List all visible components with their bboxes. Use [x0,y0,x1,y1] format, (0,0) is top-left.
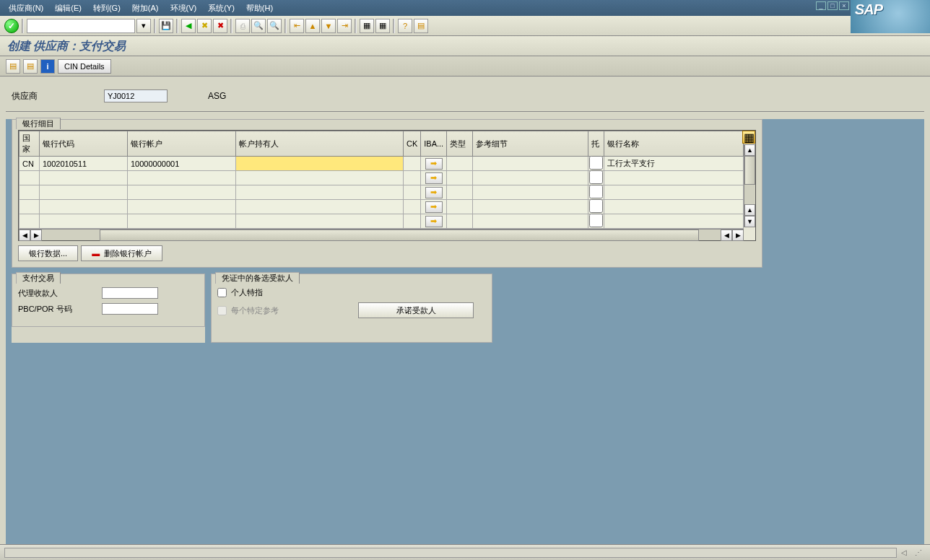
col-mandate[interactable]: 托 [588,131,604,157]
print-icon[interactable]: ⎙ [235,19,250,33]
individual-checkbox[interactable] [217,288,227,297]
minimize-icon[interactable]: _ [816,1,826,10]
col-iba[interactable]: IBA... [421,131,447,157]
cell-bank-key[interactable] [40,157,127,170]
cell-reference[interactable] [473,214,588,228]
cell-mandate-checkbox[interactable] [588,199,604,213]
exit-icon[interactable]: ✖ [197,19,212,33]
cell-country[interactable] [19,185,39,199]
cell-bank-name[interactable] [604,200,743,214]
cell-ck[interactable] [404,171,420,185]
cell-ck[interactable] [404,185,420,199]
menu-extras[interactable]: 附加(A) [126,3,165,14]
status-left-icon[interactable]: ◁ [897,548,911,556]
cell-bank-account[interactable] [128,171,235,185]
menu-environment[interactable]: 环境(V) [165,3,203,14]
scroll-down-icon[interactable]: ▲ [744,204,755,216]
alt-payee-field[interactable] [102,287,158,299]
maximize-icon[interactable]: □ [827,1,838,10]
scroll-up-icon[interactable]: ▲ [744,144,755,156]
col-reference[interactable]: 参考细节 [473,131,588,157]
dropdown-icon[interactable]: ▾ [136,19,151,33]
bank-data-button[interactable]: 银行数据... [18,245,78,261]
cell-mandate-checkbox[interactable] [588,170,604,184]
cell-bank-account[interactable] [128,185,235,199]
col-ck[interactable]: CK [404,131,421,157]
cell-reference[interactable] [473,200,588,214]
cell-reference[interactable] [473,157,588,170]
col-holder[interactable]: 帐户持有人 [236,131,404,157]
cell-country[interactable] [19,214,39,228]
menu-help[interactable]: 帮助(H) [240,3,279,14]
pbc-por-field[interactable] [102,303,158,315]
col-bank-name[interactable]: 银行名称 [604,131,744,157]
delete-bank-button[interactable]: ▬ 删除银行帐户 [81,245,162,261]
menu-edit[interactable]: 编辑(E) [49,3,87,14]
iba-button[interactable]: ➡ [425,187,443,198]
hscroll-right-step-icon[interactable]: ▶ [30,229,42,241]
cell-type[interactable] [447,157,472,170]
cell-bank-name[interactable] [604,185,743,199]
new-session-icon[interactable]: ▦ [360,19,374,33]
col-type[interactable]: 类型 [447,131,473,157]
cell-holder[interactable] [236,214,403,228]
find-icon[interactable]: 🔍 [251,19,266,33]
cell-bank-account[interactable] [128,214,235,228]
cell-mandate-checkbox[interactable] [588,156,604,170]
hscroll-right-icon[interactable]: ▶ [732,229,744,241]
cell-bank-key[interactable] [40,200,127,214]
cell-bank-key[interactable] [40,171,127,185]
cell-country[interactable] [19,157,39,170]
cell-holder[interactable] [236,171,403,185]
first-page-icon[interactable]: ⇤ [290,19,304,33]
next-page-icon[interactable]: ▼ [321,19,336,33]
table-hscroll[interactable]: ◀ ▶ ◀ ▶ [19,229,744,240]
table-config-icon[interactable]: ▦ [742,131,755,144]
other-vendor-icon[interactable]: ▤ [6,59,20,74]
col-bank-account[interactable]: 银行帐户 [128,131,236,157]
cell-type[interactable] [447,171,472,185]
cin-details-button[interactable]: CIN Details [58,59,111,74]
table-vscroll[interactable]: ▲ ▲ ▼ [744,144,755,227]
cell-mandate-checkbox[interactable] [588,185,604,198]
cell-reference[interactable] [473,171,588,185]
enter-icon[interactable]: ✓ [4,19,19,33]
cell-type[interactable] [447,185,472,199]
menu-system[interactable]: 系统(Y) [202,3,240,14]
cell-bank-name[interactable] [604,157,743,170]
cancel-icon[interactable]: ✖ [213,19,227,33]
iba-button[interactable]: ➡ [425,216,443,227]
col-bank-key[interactable]: 银行代码 [40,131,128,157]
cell-holder[interactable] [236,157,403,170]
menu-vendor[interactable]: 供应商(N) [3,3,49,14]
hscroll-left2-icon[interactable]: ◀ [721,229,732,241]
last-page-icon[interactable]: ⇥ [337,19,352,33]
command-field[interactable] [27,19,135,33]
display-icon[interactable]: ▤ [23,59,38,74]
cell-mandate-checkbox[interactable] [588,214,604,227]
cell-bank-key[interactable] [40,214,127,228]
cell-bank-account[interactable] [128,200,235,214]
col-country[interactable]: 国家 [19,131,40,157]
back-icon[interactable]: ◀ [181,19,196,33]
find-next-icon[interactable]: 🔍 [267,19,282,33]
hscroll-thumb[interactable] [100,229,699,241]
cell-type[interactable] [447,214,472,228]
iba-button[interactable]: ➡ [425,172,443,184]
info-icon[interactable]: i [40,59,55,74]
shortcut-icon[interactable]: ▦ [375,19,390,33]
vendor-code-field[interactable] [104,89,168,102]
cell-reference[interactable] [473,185,588,199]
prev-page-icon[interactable]: ▲ [305,19,320,33]
iba-button[interactable]: ➡ [425,201,443,213]
cell-bank-key[interactable] [40,185,127,199]
cell-country[interactable] [19,200,39,214]
cell-country[interactable] [19,171,39,185]
cell-holder[interactable] [236,185,403,199]
cell-bank-name[interactable] [604,214,743,228]
close-icon[interactable]: × [839,1,849,10]
save-icon[interactable]: 💾 [159,19,173,33]
layout-icon[interactable]: ▤ [414,19,428,33]
cell-ck[interactable] [404,214,420,228]
commit-payee-button[interactable]: 承诺受款人 [358,302,474,318]
